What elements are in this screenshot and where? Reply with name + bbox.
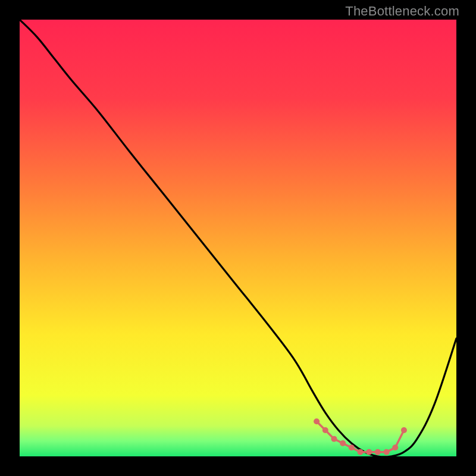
marker-dot (384, 449, 390, 455)
marker-dot (340, 440, 346, 446)
bottleneck-curve (20, 20, 456, 456)
plot-area (20, 20, 456, 456)
flat-bottom-dots (314, 418, 407, 455)
watermark-label: TheBottleneck.com (345, 4, 459, 19)
marker-dot (322, 427, 328, 433)
marker-dot (349, 444, 355, 450)
marker-dot (358, 449, 364, 455)
chart-frame: TheBottleneck.com (0, 0, 476, 476)
marker-dot (331, 436, 337, 442)
marker-dot (314, 418, 320, 424)
flat-bottom-dots-line (317, 421, 404, 452)
curve-layer (20, 20, 456, 456)
marker-dot (392, 444, 398, 450)
marker-dot (375, 449, 381, 455)
marker-dot (366, 449, 372, 455)
marker-dot (401, 427, 407, 433)
